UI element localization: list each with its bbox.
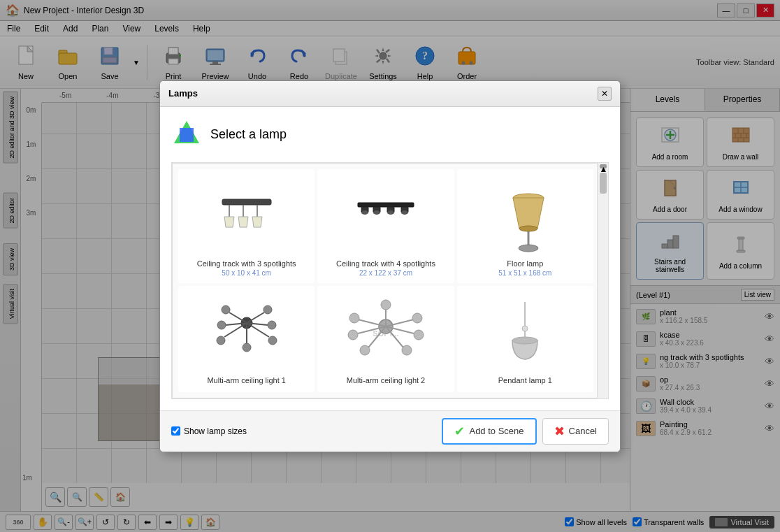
svg-point-103: [522, 326, 528, 331]
lamp-name-6: Pendant lamp 1: [498, 376, 552, 384]
lamp-item-5[interactable]: SOFT... Multi-arm ceiling light 2: [317, 286, 454, 392]
watermark: SOFT...: [373, 329, 398, 338]
svg-point-63: [373, 210, 380, 215]
show-lamp-sizes[interactable]: Show lamp sizes: [171, 426, 247, 436]
svg-point-65: [387, 210, 394, 215]
svg-point-61: [361, 210, 368, 215]
add-to-scene-label: Add to Scene: [469, 426, 523, 436]
svg-point-101: [381, 300, 391, 310]
svg-marker-54: [224, 217, 234, 227]
modal-logo: [171, 118, 202, 151]
svg-point-86: [268, 321, 276, 329]
lamps-modal: Lamps ✕ Select a lamp: [159, 80, 621, 452]
lamp-name-5: Multi-arm ceiling light 2: [347, 376, 425, 384]
lamp-size-2: 22 x 122 x 37 cm: [359, 269, 412, 277]
svg-point-99: [402, 345, 412, 355]
modal-scrollbar[interactable]: ▲: [597, 163, 608, 398]
cancel-label: Cancel: [569, 426, 597, 436]
lamp-name-2: Ceiling track with 4 spotlights: [336, 259, 435, 268]
show-sizes-label: Show lamp sizes: [184, 426, 247, 436]
modal-select-header: Select a lamp: [171, 118, 609, 151]
modal-select-title: Select a lamp: [210, 127, 287, 142]
cancel-x-icon: ✖: [554, 424, 565, 439]
lamp-size-3: 51 x 51 x 168 cm: [498, 269, 551, 277]
lamp-name-1: Ceiling track with 3 spotlights: [197, 259, 296, 268]
svg-point-67: [401, 210, 408, 215]
lamp-img-6: [483, 295, 567, 372]
modal-header: Lamps ✕: [160, 81, 620, 107]
lamp-img-2: [344, 178, 428, 255]
svg-point-95: [414, 330, 424, 340]
svg-point-69: [519, 226, 537, 231]
svg-marker-56: [238, 217, 248, 227]
lamp-grid-container: Ceiling track with 3 spotlights 50 x 10 …: [171, 162, 609, 399]
add-check-icon: ✔: [454, 424, 465, 439]
svg-point-93: [348, 330, 358, 340]
scroll-thumb[interactable]: [600, 173, 607, 194]
lamp-img-5: SOFT...: [344, 295, 428, 372]
svg-marker-58: [252, 217, 262, 227]
modal-actions: ✔ Add to Scene ✖ Cancel: [442, 418, 609, 445]
svg-rect-59: [358, 203, 414, 207]
svg-point-97: [360, 345, 370, 355]
svg-point-82: [243, 343, 251, 352]
svg-point-91: [412, 313, 422, 323]
lamp-img-1: [205, 178, 289, 255]
svg-point-84: [217, 321, 226, 329]
lamp-name-4: Multi-arm ceiling light 1: [207, 376, 285, 384]
lamp-item-2[interactable]: Ceiling track with 4 spotlights 22 x 122…: [317, 169, 454, 283]
svg-rect-51: [180, 128, 194, 142]
lamp-item-4[interactable]: Multi-arm ceiling light 1: [178, 286, 315, 392]
svg-point-74: [217, 336, 225, 345]
modal-title: Lamps: [168, 88, 198, 99]
lamp-name-3: Floor lamp: [507, 259, 543, 268]
lamp-grid[interactable]: Ceiling track with 3 spotlights 50 x 10 …: [172, 163, 608, 398]
lamp-img-4: [205, 295, 289, 372]
cancel-btn[interactable]: ✖ Cancel: [542, 418, 609, 445]
lamp-img-3: [483, 178, 567, 255]
show-sizes-checkbox[interactable]: [171, 426, 180, 436]
add-to-scene-btn[interactable]: ✔ Add to Scene: [442, 418, 536, 445]
svg-point-89: [349, 313, 359, 323]
svg-point-76: [268, 336, 277, 345]
modal-close-btn[interactable]: ✕: [598, 87, 612, 101]
svg-rect-52: [222, 199, 271, 205]
svg-point-78: [222, 305, 230, 314]
svg-point-71: [519, 245, 538, 252]
lamp-item-1[interactable]: Ceiling track with 3 spotlights 50 x 10 …: [178, 169, 315, 283]
lamp-item-3[interactable]: Floor lamp 51 x 51 x 168 cm: [457, 169, 593, 283]
svg-point-105: [512, 337, 537, 344]
modal-footer: Show lamp sizes ✔ Add to Scene ✖ Cancel: [160, 410, 620, 452]
modal-body: Select a lamp: [160, 107, 620, 410]
svg-point-80: [263, 305, 272, 314]
lamp-size-1: 50 x 10 x 41 cm: [222, 269, 271, 277]
lamp-item-6[interactable]: Pendant lamp 1: [457, 286, 593, 392]
scroll-up-arrow[interactable]: ▲: [600, 164, 607, 168]
modal-overlay[interactable]: Lamps ✕ Select a lamp: [0, 0, 780, 532]
